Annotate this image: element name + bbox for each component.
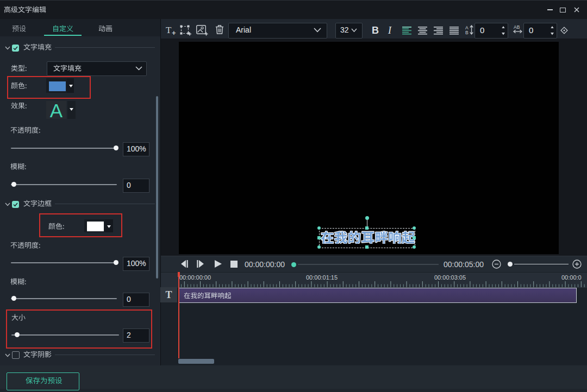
- svg-text:AB: AB: [514, 24, 520, 30]
- svg-text:B: B: [465, 30, 469, 35]
